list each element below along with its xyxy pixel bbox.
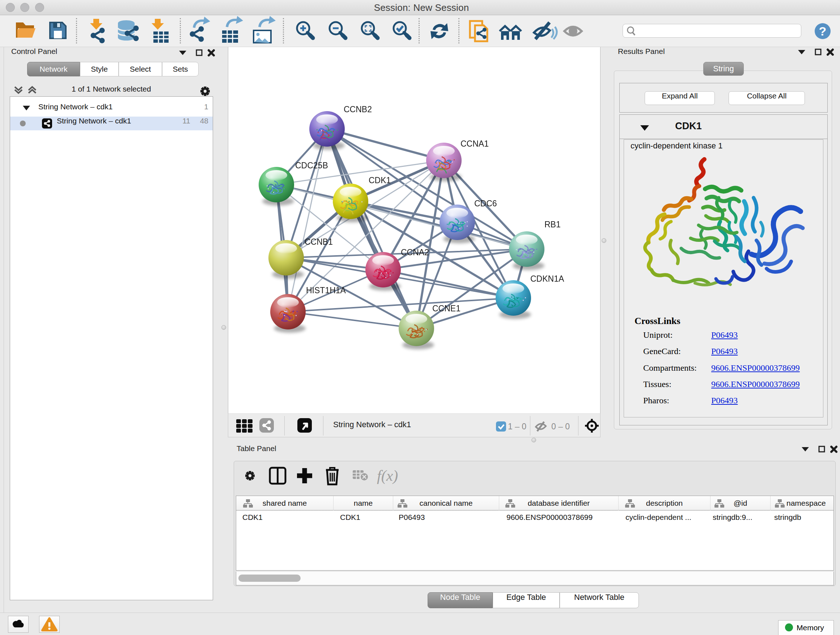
svg-text:1 – 0: 1 – 0 <box>508 422 526 431</box>
svg-text:CCNA1: CCNA1 <box>461 139 489 149</box>
svg-text:?: ? <box>819 24 827 38</box>
svg-text:CCNB2: CCNB2 <box>344 105 372 114</box>
svg-text:0 – 0: 0 – 0 <box>551 422 570 431</box>
svg-text:CCNA2: CCNA2 <box>401 248 429 257</box>
svg-text:CDK1: CDK1 <box>369 176 391 185</box>
svg-text:f(x): f(x) <box>377 467 398 485</box>
svg-text:CDC6: CDC6 <box>474 199 497 208</box>
svg-text:CDKN1A: CDKN1A <box>531 274 564 283</box>
svg-text:CCNB1: CCNB1 <box>305 237 333 247</box>
svg-text:RB1: RB1 <box>545 220 561 229</box>
svg-text:CCNE1: CCNE1 <box>432 304 461 313</box>
svg-text:HIST1H1A: HIST1H1A <box>306 286 346 295</box>
svg-text:CDC25B: CDC25B <box>295 161 328 170</box>
